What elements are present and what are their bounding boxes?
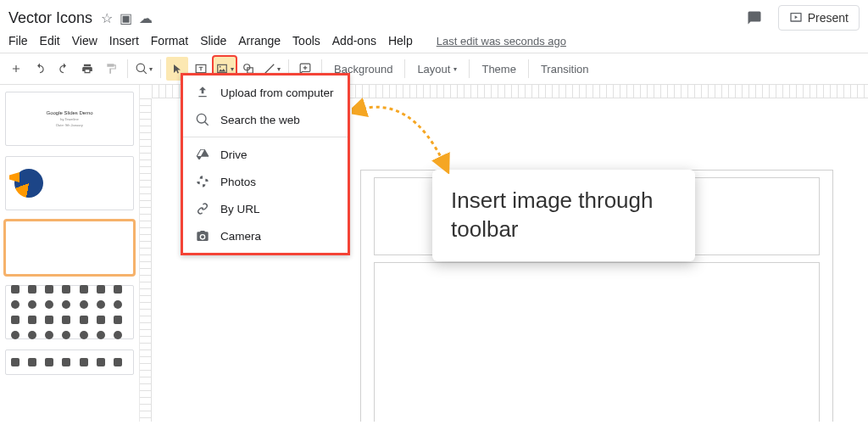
menu-photos[interactable]: Photos [183, 168, 348, 195]
open-comments-button[interactable] [743, 6, 766, 30]
separator [127, 59, 128, 78]
slide-thumb-1[interactable]: Google Slides Demo by Teamline Date: 9th… [5, 92, 134, 146]
thumb1-title: Google Slides Demo [46, 110, 92, 115]
star-icon[interactable]: ☆ [101, 10, 113, 26]
separator [528, 59, 529, 78]
menu-tools[interactable]: Tools [292, 34, 320, 48]
last-edit-link[interactable]: Last edit was seconds ago [437, 35, 566, 48]
redo-button[interactable] [53, 57, 75, 81]
separator [160, 59, 161, 78]
print-button[interactable] [76, 57, 98, 81]
present-icon [789, 11, 803, 25]
slide-filmstrip[interactable]: Google Slides Demo by Teamline Date: 9th… [0, 85, 140, 422]
menu-file[interactable]: File [8, 34, 28, 48]
photos-icon [195, 174, 210, 189]
menu-url-label: By URL [220, 203, 260, 215]
menu-upload-label: Upload from computer [220, 87, 334, 99]
separator [469, 59, 470, 78]
thumb1-sub2: Date: 9th January [56, 123, 83, 127]
body-placeholder[interactable] [374, 262, 820, 422]
present-button[interactable]: Present [778, 5, 860, 31]
insert-image-dropdown: Upload from computer Search the web Driv… [181, 73, 350, 255]
new-slide-button[interactable] [5, 57, 27, 81]
thumb4-icons-row [6, 312, 133, 327]
menu-photos-label: Photos [220, 176, 256, 188]
menu-insert[interactable]: Insert [109, 34, 139, 48]
menu-search-label: Search the web [220, 114, 300, 126]
annotation-callout: Insert image through toolbar [432, 170, 695, 261]
search-icon [195, 112, 210, 127]
undo-button[interactable] [29, 57, 51, 81]
thumb4-icons-row [6, 327, 133, 343]
zoom-button[interactable]: ▾ [133, 57, 155, 81]
svg-point-2 [220, 66, 221, 68]
menu-camera[interactable]: Camera [183, 222, 348, 249]
menu-separator [183, 137, 348, 137]
camera-icon [195, 228, 210, 243]
slide-thumb-2[interactable] [5, 156, 134, 210]
cloud-icon[interactable]: ☁ [139, 10, 153, 26]
menu-drive-label: Drive [220, 148, 248, 161]
slide-thumb-4[interactable] [5, 285, 134, 339]
menu-by-url[interactable]: By URL [183, 195, 348, 222]
menu-camera-label: Camera [220, 230, 261, 243]
toolbar: ▾ ▾ ▾ Background Layout Theme Transition [0, 53, 868, 85]
separator [404, 59, 405, 78]
titlebar: Vector Icons ☆ ▣ ☁ Present [0, 0, 868, 31]
menu-edit[interactable]: Edit [40, 34, 60, 48]
thumb4-icons-row [6, 297, 133, 312]
ruler-vertical [140, 98, 152, 422]
slide-thumb-5[interactable] [5, 350, 134, 375]
menu-help[interactable]: Help [388, 34, 413, 48]
menu-view[interactable]: View [72, 34, 97, 48]
paint-format-button[interactable] [100, 57, 122, 81]
menu-format[interactable]: Format [151, 34, 188, 48]
slide-thumb-3[interactable] [5, 221, 134, 275]
menu-slide[interactable]: Slide [200, 34, 226, 48]
link-icon [195, 201, 210, 216]
transition-button[interactable]: Transition [534, 57, 596, 81]
theme-button[interactable]: Theme [475, 57, 522, 81]
thumb4-icons-row [6, 282, 133, 297]
doc-title[interactable]: Vector Icons [8, 9, 92, 27]
title-quick-icons: ☆ ▣ ☁ [101, 10, 153, 26]
chevron-down-icon: ▾ [231, 65, 234, 73]
menu-upload-from-computer[interactable]: Upload from computer [183, 79, 348, 106]
comment-icon [747, 10, 762, 25]
move-icon[interactable]: ▣ [120, 10, 132, 26]
thumb5-icons-row [6, 355, 133, 370]
menu-drive[interactable]: Drive [183, 141, 348, 168]
upload-icon [195, 85, 210, 100]
menu-search-web[interactable]: Search the web [183, 106, 348, 133]
layout-button[interactable]: Layout [410, 57, 464, 81]
menubar: File Edit View Insert Format Slide Arran… [0, 31, 868, 53]
drive-icon [195, 147, 210, 162]
thumb1-sub1: by Teamline [60, 117, 78, 121]
menu-arrange[interactable]: Arrange [238, 34, 281, 48]
present-label: Present [808, 11, 849, 25]
mini-pie-chart [14, 169, 43, 198]
menu-addons[interactable]: Add-ons [332, 34, 376, 48]
callout-text: Insert image through toolbar [451, 187, 653, 242]
